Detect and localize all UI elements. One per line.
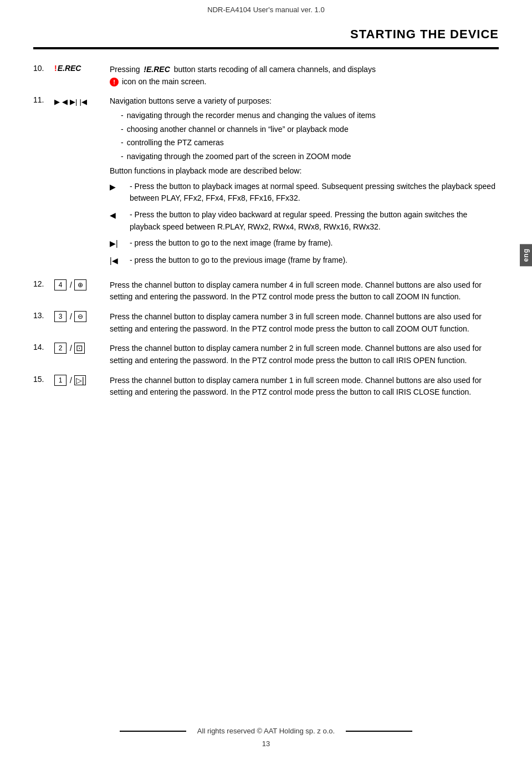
- footer-rule-right: [346, 731, 412, 732]
- entry-12-num: 12.: [33, 279, 54, 288]
- entry-12: 12. 4 / ⊕ Press the channel button to di…: [33, 279, 499, 303]
- header-title: NDR-EA4104 User's manual ver. 1.0: [207, 6, 324, 14]
- entry-10-num: 10.: [33, 64, 54, 73]
- entry-11-content: Navigation buttons serve a variety of pu…: [110, 95, 499, 271]
- nav-bullet-4-text: navigating through the zoomed part of th…: [127, 151, 351, 163]
- entry-12-content: Press the channel button to display came…: [110, 279, 499, 303]
- playback-item-1-text: - Press the button to playback images at…: [130, 181, 499, 205]
- rewind-icon: ◀: [62, 98, 68, 106]
- nav-intro: Navigation buttons serve a variety of pu…: [110, 95, 499, 108]
- entry-14: 14. 2 / ⊡ Press the channel button to di…: [33, 343, 499, 366]
- entry-10-content: Pressing !E.REC button starts recoding o…: [110, 64, 499, 88]
- entry-10-key: !E.REC: [54, 64, 110, 73]
- slash-13: /: [70, 312, 72, 321]
- entry-13-num: 13.: [33, 311, 54, 320]
- stepbwd-icon: |◀: [79, 98, 86, 106]
- erec-desc: button starts recoding of all camera cha…: [174, 65, 376, 74]
- page-footer: All rights reserved © AAT Holding sp. z …: [0, 727, 532, 748]
- eng-tab: eng: [520, 244, 532, 266]
- entry-15-num: 15.: [33, 375, 54, 384]
- slash-12: /: [70, 281, 72, 289]
- pressing-label: Pressing: [110, 65, 140, 74]
- entry-13: 13. 3 / ⊖ Press the channel button to di…: [33, 311, 499, 335]
- entry-14-key: 2 / ⊡: [54, 343, 110, 354]
- dash-1: -: [121, 110, 124, 122]
- iris-open-icon: ⊡: [74, 343, 85, 354]
- entry-11-key: ▶ ◀ ▶| |◀: [54, 95, 110, 106]
- entry-12-key: 4 / ⊕: [54, 279, 110, 290]
- key-1: 1: [54, 375, 66, 386]
- playback-item-2: ◀ - Press the button to play video backw…: [110, 209, 499, 233]
- footer-line: All rights reserved © AAT Holding sp. z …: [0, 727, 532, 735]
- playback-stepbwd-icon: |◀: [110, 255, 127, 267]
- play-icon: ▶: [54, 98, 60, 106]
- footer-copyright: All rights reserved © AAT Holding sp. z …: [197, 727, 335, 735]
- dash-2: -: [121, 124, 124, 136]
- erec-red-icon: !: [110, 78, 119, 86]
- footer-rule-left: [120, 731, 186, 732]
- slash-14: /: [70, 344, 72, 353]
- entry-15-content: Press the channel button to display came…: [110, 375, 499, 399]
- entry-10: 10. !E.REC Pressing !E.REC button starts…: [33, 64, 499, 88]
- nav-bullet-4: - navigating through the zoomed part of …: [115, 151, 499, 163]
- page-header: NDR-EA4104 User's manual ver. 1.0: [0, 0, 532, 17]
- exclaim-icon: !: [54, 64, 57, 73]
- content-area: 10. !E.REC Pressing !E.REC button starts…: [0, 58, 532, 399]
- playback-item-4: |◀ - press the button to go to the previ…: [110, 254, 499, 267]
- erec-icon-text: icon on the main screen.: [122, 77, 207, 86]
- nav-bullet-1-text: navigating through the recorder menus an…: [127, 110, 376, 122]
- page-title: STARTING THE DEVICE: [33, 27, 499, 42]
- title-divider-bottom: [33, 49, 499, 49]
- nav-bullet-1: - navigating through the recorder menus …: [115, 110, 499, 122]
- playback-play-icon: ▶: [110, 181, 127, 193]
- entry-13-content: Press the channel button to display came…: [110, 311, 499, 335]
- playback-intro: Button functions in playback mode are de…: [110, 165, 499, 177]
- key-3: 3: [54, 311, 66, 322]
- playback-stepfwd-icon: ▶|: [110, 238, 127, 250]
- entry-11: 11. ▶ ◀ ▶| |◀ Navigation buttons serve a…: [33, 95, 499, 271]
- nav-icons: ▶ ◀ ▶| |◀: [54, 98, 87, 106]
- entry-13-key: 3 / ⊖: [54, 311, 110, 322]
- entry-14-content: Press the channel button to display came…: [110, 343, 499, 366]
- erec-italic: !E.REC: [144, 65, 170, 74]
- playback-item-4-text: - press the button to go to the previous…: [130, 254, 499, 267]
- key-2: 2: [54, 343, 66, 354]
- erec-key-label: E.REC: [58, 64, 81, 73]
- slash-15: /: [70, 376, 72, 385]
- entry-11-num: 11.: [33, 95, 54, 104]
- nav-bullet-2-text: choosing another channel or channels in …: [127, 124, 349, 136]
- page-number: 13: [0, 740, 532, 748]
- key-plus: ⊕: [74, 279, 86, 290]
- nav-bullet-3-text: controlling the PTZ cameras: [127, 137, 224, 149]
- key-minus: ⊖: [74, 311, 86, 322]
- dash-3: -: [121, 137, 124, 149]
- dash-4: -: [121, 151, 124, 163]
- key-4: 4: [54, 279, 66, 290]
- playback-list: ▶ - Press the button to playback images …: [110, 181, 499, 267]
- playback-rewind-icon: ◀: [110, 210, 127, 222]
- playback-item-3: ▶| - press the button to go to the next …: [110, 237, 499, 250]
- iris-close-icon: ▷|: [74, 375, 86, 385]
- playback-item-3-text: - press the button to go to the next ima…: [130, 237, 499, 249]
- entry-15: 15. 1 / ▷| Press the channel button to d…: [33, 375, 499, 399]
- entry-14-num: 14.: [33, 343, 54, 351]
- entry-15-key: 1 / ▷|: [54, 375, 110, 386]
- stepfwd-icon: ▶|: [70, 98, 77, 106]
- page-title-section: STARTING THE DEVICE: [0, 17, 532, 47]
- nav-bullet-2: - choosing another channel or channels i…: [115, 124, 499, 136]
- playback-item-1: ▶ - Press the button to playback images …: [110, 181, 499, 205]
- playback-item-2-text: - Press the button to play video backwar…: [130, 209, 499, 233]
- nav-bullet-list: - navigating through the recorder menus …: [115, 110, 499, 163]
- nav-bullet-3: - controlling the PTZ cameras: [115, 137, 499, 149]
